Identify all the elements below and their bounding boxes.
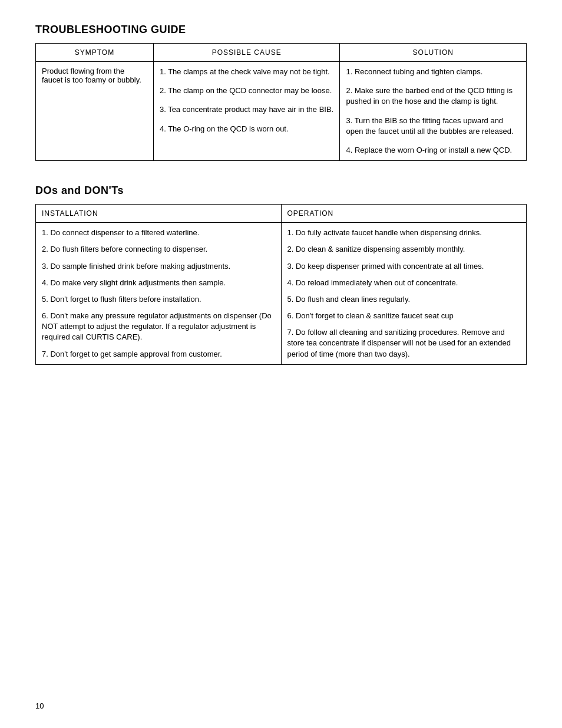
installation-item-5: 5. Don't forget to flush filters before … [42, 294, 275, 305]
installation-item-1: 1. Do connect dispenser to a filtered wa… [42, 228, 275, 238]
dos-header-row: INSTALLATION OPERATION [36, 205, 527, 223]
cause-item-1: 1. The clamps at the check valve may not… [160, 67, 334, 77]
header-solution: SOLUTION [340, 44, 527, 62]
dos-content-row: 1. Do connect dispenser to a filtered wa… [36, 223, 527, 365]
page-number: 10 [35, 701, 44, 710]
operation-item-5: 5. Do flush and clean lines regularly. [287, 294, 521, 305]
dos-donts-table: INSTALLATION OPERATION 1. Do connect dis… [35, 204, 527, 365]
operation-item-4: 4. Do reload immediately when out of con… [287, 278, 521, 288]
header-symptom: SYMPTOM [36, 44, 154, 62]
solution-item-3: 3. Turn the BIB so the fitting faces upw… [346, 116, 520, 137]
operation-cell: 1. Do fully activate faucet handle when … [281, 223, 527, 365]
header-cause: POSSIBLE CAUSE [153, 44, 340, 62]
troubleshooting-table: SYMPTOM POSSIBLE CAUSE SOLUTION Product … [35, 43, 527, 161]
installation-item-4: 4. Do make very slight drink adjustments… [42, 278, 275, 288]
installation-item-2: 2. Do flush filters before connecting to… [42, 244, 275, 255]
operation-item-6: 6. Don't forget to clean & sanitize fauc… [287, 311, 521, 321]
dos-donts-title: DOs and DON'Ts [35, 185, 527, 197]
troubleshooting-section: TROUBLESHOOTING GUIDE SYMPTOM POSSIBLE C… [35, 24, 527, 161]
solution-cell: 1. Reconnect tubing and tighten clamps. … [340, 62, 527, 161]
operation-item-3: 3. Do keep dispenser primed with concent… [287, 261, 521, 272]
installation-list: 1. Do connect dispenser to a filtered wa… [42, 228, 275, 360]
installation-cell: 1. Do connect dispenser to a filtered wa… [36, 223, 282, 365]
table-header-row: SYMPTOM POSSIBLE CAUSE SOLUTION [36, 44, 527, 62]
installation-item-7: 7. Don't forget to get sample approval f… [42, 349, 275, 360]
table-row: Product flowing from the faucet is too f… [36, 62, 527, 161]
cause-cell: 1. The clamps at the check valve may not… [153, 62, 340, 161]
troubleshooting-title: TROUBLESHOOTING GUIDE [35, 24, 527, 36]
operation-item-1: 1. Do fully activate faucet handle when … [287, 228, 521, 238]
dos-donts-section: DOs and DON'Ts INSTALLATION OPERATION 1.… [35, 185, 527, 365]
cause-item-2: 2. The clamp on the QCD connector may be… [160, 85, 334, 96]
operation-list: 1. Do fully activate faucet handle when … [287, 228, 521, 360]
header-installation: INSTALLATION [36, 205, 282, 223]
operation-item-7: 7. Do follow all cleaning and sanitizing… [287, 327, 521, 360]
cause-item-4: 4. The O-ring on the QCD is worn out. [160, 124, 334, 134]
symptom-cell: Product flowing from the faucet is too f… [36, 62, 154, 161]
installation-item-6: 6. Don't make any pressure regulator adj… [42, 311, 275, 343]
cause-item-3: 3. Tea concentrate product may have air … [160, 104, 334, 115]
solution-item-2: 2. Make sure the barbed end of the QCD f… [346, 85, 520, 107]
operation-item-2: 2. Do clean & sanitize dispensing assemb… [287, 244, 521, 255]
symptom-text: Product flowing from the faucet is too f… [42, 67, 141, 84]
solution-item-1: 1. Reconnect tubing and tighten clamps. [346, 67, 520, 77]
solution-item-4: 4. Replace the worn O-ring or install a … [346, 145, 520, 156]
installation-item-3: 3. Do sample finished drink before makin… [42, 261, 275, 272]
header-operation: OPERATION [281, 205, 527, 223]
